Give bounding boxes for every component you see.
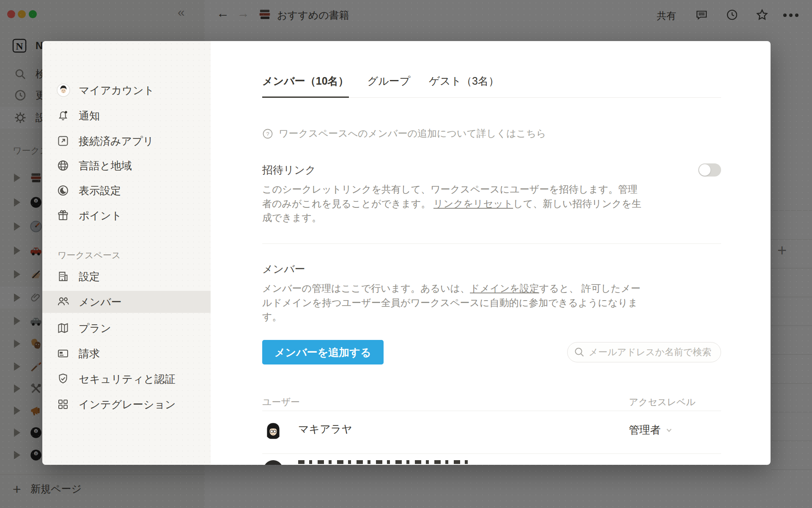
- settings-item-label: 表示設定: [79, 184, 121, 198]
- settings-item-language-region[interactable]: 言語と地域: [42, 155, 211, 177]
- settings-item-label: ポイント: [79, 209, 122, 223]
- member-name: マキアラヤ: [298, 422, 352, 436]
- settings-item-label: 設定: [79, 270, 100, 284]
- settings-item-integrations[interactable]: インテグレーション: [42, 393, 211, 415]
- settings-item-my-account[interactable]: マイアカウント: [42, 79, 211, 101]
- member-search: [567, 342, 721, 362]
- access-level-value: 管理者: [629, 423, 661, 437]
- settings-item-appearance[interactable]: 表示設定: [42, 179, 211, 202]
- access-level-dropdown[interactable]: 管理者: [629, 423, 673, 437]
- member-search-input[interactable]: [567, 342, 721, 362]
- settings-item-label: メンバー: [79, 295, 122, 309]
- members-tabs: メンバー（10名） グループ ゲスト（3名）: [262, 74, 721, 98]
- shield-check-icon: [57, 373, 69, 385]
- members-heading: メンバー: [262, 262, 305, 276]
- building-icon: [57, 270, 69, 283]
- chevron-down-icon: [665, 426, 673, 434]
- invite-link-description: このシークレットリンクを共有して、ワークスペースにユーザーを招待します。管理者の…: [262, 182, 645, 225]
- gift-icon: [57, 209, 69, 222]
- settings-item-label: 接続済みアプリ: [79, 134, 154, 148]
- members-toolbar: メンバーを追加する: [262, 340, 721, 364]
- invite-link-header: 招待リンク: [262, 163, 721, 177]
- settings-item-points[interactable]: ポイント: [42, 204, 211, 226]
- settings-item-members[interactable]: メンバー: [42, 291, 211, 313]
- section-divider: [262, 243, 721, 244]
- member-avatar: [263, 421, 283, 441]
- map-icon: [57, 322, 69, 334]
- settings-item-label: セキュリティと認証: [79, 372, 176, 386]
- member-row-partial: [262, 460, 721, 465]
- search-icon: [574, 347, 585, 358]
- add-member-button[interactable]: メンバーを追加する: [262, 340, 384, 364]
- question-circle-icon: ?: [262, 128, 273, 139]
- credit-card-icon: [57, 347, 69, 360]
- tab-members[interactable]: メンバー（10名）: [262, 74, 349, 98]
- people-icon: [57, 295, 70, 309]
- tab-groups[interactable]: グループ: [368, 74, 411, 97]
- settings-item-label: マイアカウント: [79, 83, 154, 97]
- toggle-knob: [699, 164, 710, 176]
- settings-content: メンバー（10名） グループ ゲスト（3名） ? ワークスペースへのメンバーの追…: [211, 41, 771, 465]
- invite-link-toggle[interactable]: [698, 163, 721, 177]
- reset-link[interactable]: リンクをリセット: [433, 198, 513, 209]
- column-header-access: アクセスレベル: [629, 396, 696, 409]
- moon-icon: [57, 184, 69, 197]
- table-row-divider: [262, 453, 721, 454]
- grid-icon: [57, 398, 69, 411]
- settings-item-label: 言語と地域: [79, 159, 132, 173]
- svg-text:?: ?: [266, 130, 269, 137]
- member-name-clipped: [298, 460, 472, 464]
- help-link-text: ワークスペースへのメンバーの追加について詳しくはこちら: [279, 127, 546, 140]
- help-link[interactable]: ? ワークスペースへのメンバーの追加について詳しくはこちら: [262, 127, 721, 140]
- tab-guests[interactable]: ゲスト（3名）: [429, 74, 499, 97]
- settings-item-settings[interactable]: 設定: [42, 265, 211, 287]
- settings-item-billing[interactable]: 請求: [42, 342, 211, 364]
- member-avatar: [263, 460, 283, 465]
- settings-sidebar: マイアカウント 通知 接続済みアプリ 言語と地域 表示設定: [42, 41, 211, 465]
- bell-icon: [57, 109, 69, 122]
- member-row: マキアラヤ 管理者: [262, 411, 721, 453]
- globe-icon: [57, 159, 69, 172]
- members-table-header: ユーザー アクセスレベル: [262, 396, 721, 409]
- external-link-icon: [57, 135, 69, 147]
- settings-item-label: 請求: [79, 347, 100, 361]
- set-domain-link[interactable]: ドメインを設定: [470, 283, 539, 294]
- settings-item-label: プラン: [79, 321, 111, 335]
- user-avatar: [57, 83, 70, 97]
- column-header-user: ユーザー: [262, 397, 300, 407]
- settings-section-workspace: ワークスペース: [58, 249, 121, 261]
- invite-link-heading: 招待リンク: [262, 163, 316, 177]
- members-desc-text: メンバーの管理はここで行います。あるいは、: [262, 283, 470, 294]
- settings-item-security[interactable]: セキュリティと認証: [42, 368, 211, 390]
- members-description: メンバーの管理はここで行います。あるいは、ドメインを設定すると、 許可したメール…: [262, 282, 645, 324]
- settings-item-label: 通知: [79, 109, 100, 123]
- settings-item-plans[interactable]: プラン: [42, 317, 211, 339]
- settings-dialog: マイアカウント 通知 接続済みアプリ 言語と地域 表示設定: [42, 41, 771, 465]
- settings-item-notifications[interactable]: 通知: [42, 105, 211, 127]
- settings-item-label: インテグレーション: [79, 398, 176, 411]
- settings-item-connected-apps[interactable]: 接続済みアプリ: [42, 130, 211, 152]
